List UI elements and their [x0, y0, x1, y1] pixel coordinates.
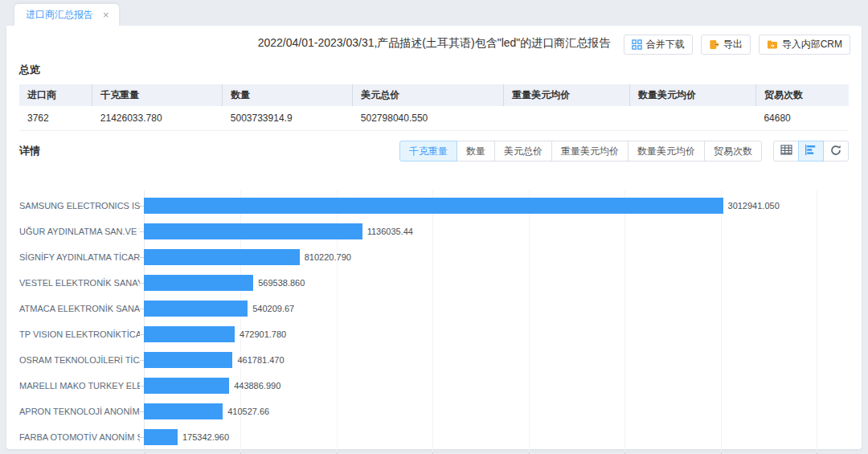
- bar-value-label: 540209.67: [252, 304, 294, 313]
- bar-zone: 175342.960: [144, 424, 817, 450]
- chart-row: SİGNİFY AYDINLATMA TİCARET ANO...810220.…: [19, 244, 862, 270]
- chart-row: MARELLI MAKO TURKEY ELEKTRİK S...443886.…: [19, 373, 862, 399]
- table-view-button[interactable]: [773, 141, 799, 162]
- bar-zone: 410527.66: [144, 399, 817, 424]
- metric-tab-6[interactable]: 贸易次数: [704, 141, 762, 162]
- bar-value-label: 410527.66: [227, 407, 269, 416]
- bar[interactable]: [144, 326, 235, 342]
- overview-cell: [630, 106, 756, 131]
- chart-row: ATMACA ELEKTRONİK SANAYİ VE Tİ...540209.…: [19, 296, 862, 321]
- chart-row: TP VISION ELEKTRONİKTİCARET AN...472901.…: [19, 321, 862, 347]
- export-icon: [709, 39, 719, 50]
- chart-rows: SAMSUNG ELECTRONICS ISTANBUL P...3012941…: [19, 193, 862, 450]
- overview-cell: 502798040.550: [353, 106, 504, 131]
- chart-row: APRON TEKNOLOJİ ANONİM ŞİRKETİ410527.66: [19, 399, 862, 424]
- metric-tab-3[interactable]: 美元总价: [494, 141, 552, 162]
- header-button-label: 导出: [723, 38, 743, 51]
- overview-table: 进口商千克重量数量美元总价重量美元均价数量美元均价贸易次数 3762214260…: [19, 84, 849, 131]
- bar[interactable]: [144, 403, 223, 419]
- bar[interactable]: [144, 249, 300, 265]
- bar[interactable]: [144, 429, 178, 445]
- bar-value-label: 569538.860: [258, 278, 305, 288]
- overview-cell: 21426033.780: [92, 106, 223, 131]
- chart-view-button[interactable]: [798, 141, 824, 162]
- bar[interactable]: [144, 198, 723, 214]
- category-label: SİGNİFY AYDINLATMA TİCARET ANO...: [19, 252, 140, 262]
- category-label: SAMSUNG ELECTRONICS ISTANBUL P...: [19, 201, 140, 211]
- detail-section-title: 详情: [19, 144, 40, 158]
- refresh-icon: [830, 145, 841, 158]
- overview-cell: [504, 106, 630, 131]
- header-button-3[interactable]: 导入内部CRM: [759, 35, 850, 55]
- header-button-label: 导入内部CRM: [782, 38, 842, 51]
- overview-col-header: 贸易次数: [755, 84, 849, 106]
- bar-value-label: 810220.790: [305, 252, 351, 262]
- import-folder-icon: [767, 39, 778, 50]
- header-button-2[interactable]: 导出: [701, 35, 751, 55]
- overview-col-header: 美元总价: [353, 84, 504, 106]
- view-toggle-group: [773, 141, 849, 162]
- overview-col-header: 数量美元均价: [630, 84, 756, 106]
- chart-row: OSRAM TEKNOLOJİLERİ TİCARET AN...461781.…: [19, 347, 862, 373]
- overview-data-row: 376221426033.7805003733914.9502798040.55…: [19, 106, 849, 131]
- bar-zone: 810220.790: [144, 244, 817, 270]
- chart-row: VESTEL ELEKTRONİK SANAYİ VE Tİ...569538.…: [19, 270, 862, 296]
- metric-tab-4[interactable]: 重量美元均价: [551, 141, 628, 162]
- category-label: ATMACA ELEKTRONİK SANAYİ VE Tİ...: [19, 304, 140, 313]
- category-label: MARELLI MAKO TURKEY ELEKTRİK S...: [19, 381, 140, 391]
- category-label: OSRAM TEKNOLOJİLERİ TİCARET AN...: [19, 355, 140, 365]
- overview-col-header: 数量: [223, 84, 353, 106]
- table-icon: [780, 145, 792, 157]
- report-header: 2022/04/01-2023/03/31,产品描述(土耳其语)包含"led"的…: [6, 26, 862, 61]
- overview-col-header: 重量美元均价: [504, 84, 630, 106]
- bar-zone: 461781.470: [144, 347, 817, 373]
- bar[interactable]: [144, 301, 248, 317]
- report-panel: 2022/04/01-2023/03/31,产品描述(土耳其语)包含"led"的…: [6, 26, 862, 449]
- importer-bar-chart: SAMSUNG ELECTRONICS ISTANBUL P...3012941…: [19, 190, 862, 454]
- bar-value-label: 175342.960: [182, 432, 229, 442]
- detail-toolbar: 详情 千克重量数量美元总价重量美元均价数量美元均价贸易次数: [6, 141, 849, 162]
- bar[interactable]: [144, 352, 232, 368]
- metric-tab-2[interactable]: 数量: [457, 141, 495, 162]
- tab-label: 进口商汇总报告: [26, 8, 93, 22]
- metric-tab-1[interactable]: 千克重量: [399, 141, 457, 162]
- category-label: FARBA OTOMOTİV ANONİM ŞİRKETİ: [19, 432, 140, 442]
- bar-value-label: 1136035.44: [367, 227, 413, 236]
- bar-chart-icon: [805, 145, 817, 157]
- overview-col-header: 千克重量: [92, 84, 223, 106]
- page-title: 2022/04/01-2023/03/31,产品描述(土耳其语)包含"led"的…: [258, 36, 611, 51]
- overview-cell: 5003733914.9: [223, 106, 353, 131]
- bar-zone: 443886.990: [144, 373, 817, 399]
- bar[interactable]: [144, 223, 362, 239]
- chart-row: FARBA OTOMOTİV ANONİM ŞİRKETİ175342.960: [19, 424, 862, 450]
- bar-value-label: 472901.780: [240, 329, 286, 339]
- close-icon[interactable]: ×: [103, 10, 109, 20]
- bar-value-label: 461781.470: [237, 355, 284, 365]
- bar-zone: 540209.67: [144, 296, 817, 321]
- bar[interactable]: [144, 378, 229, 394]
- chart-row: UĞUR AYDINLATMA SAN.VE TİC.LTD...1136035…: [19, 219, 862, 244]
- metric-toggle-group: 千克重量数量美元总价重量美元均价数量美元均价贸易次数: [399, 141, 762, 162]
- header-actions: 合并下载导出导入内部CRM: [624, 35, 850, 55]
- category-label: TP VISION ELEKTRONİKTİCARET AN...: [19, 329, 140, 339]
- bar[interactable]: [144, 275, 253, 291]
- refresh-button[interactable]: [823, 141, 849, 162]
- overview-section-title: 总览: [19, 63, 862, 77]
- category-label: APRON TEKNOLOJİ ANONİM ŞİRKETİ: [19, 407, 140, 416]
- overview-col-header: 进口商: [19, 84, 92, 106]
- bar-zone: 1136035.44: [144, 219, 817, 244]
- tab-importer-summary-report[interactable]: 进口商汇总报告 ×: [14, 4, 119, 26]
- overview-header-row: 进口商千克重量数量美元总价重量美元均价数量美元均价贸易次数: [19, 84, 849, 106]
- chart-row: SAMSUNG ELECTRONICS ISTANBUL P...3012941…: [19, 193, 862, 219]
- category-label: VESTEL ELEKTRONİK SANAYİ VE Tİ...: [19, 278, 140, 288]
- overview-cell: 64680: [755, 106, 849, 131]
- bar-zone: 472901.780: [144, 321, 817, 347]
- metric-tab-5[interactable]: 数量美元均价: [628, 141, 705, 162]
- bar-value-label: 443886.990: [234, 381, 280, 391]
- bar-zone: 3012941.050: [144, 193, 817, 219]
- header-button-1[interactable]: 合并下载: [624, 35, 693, 55]
- bar-zone: 569538.860: [144, 270, 817, 296]
- bar-value-label: 3012941.050: [728, 201, 780, 211]
- merge-download-icon: [632, 39, 642, 50]
- category-label: UĞUR AYDINLATMA SAN.VE TİC.LTD...: [19, 227, 140, 236]
